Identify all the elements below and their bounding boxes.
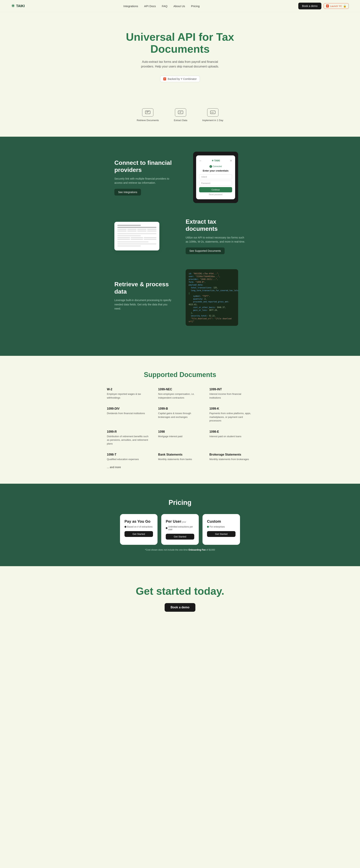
doc-desc-10: Monthly statements from banks [158,458,202,461]
code-line-11: cost_or_other_basis: 3646.37, [189,306,235,309]
phone-close-icon[interactable]: ✕ [230,159,232,162]
get-started-button-0[interactable]: Get Started [124,531,153,537]
code-line-4: form: "1099-B", [189,281,235,283]
doc-cell-13 [131,239,143,240]
doc-desc-4: Capital gains & losses through brokerage… [158,411,202,419]
badge-dot-1 [166,527,168,529]
doc-name-10: Bank Statements [158,453,202,456]
doc-cell-3 [137,229,146,230]
phone-header: ← ✳ TAIKI ✕ [199,159,232,162]
connect-row: Connect to financial providers Securely … [114,152,246,203]
doc-cell-5 [117,230,126,231]
lock-icon: 🔒 [343,4,346,7]
get-started-title: Get started today. [11,585,349,597]
doc-item-9: 1098-TQualified education expenses [107,453,151,461]
retrieve-title: Retrieve & process data [114,281,174,295]
nav-link-apidocs[interactable]: API Docs [144,4,156,8]
launch-yc-label: Launch YC [330,5,342,7]
doc-name-2: 1099-INT [209,388,253,391]
nav-link-pricing[interactable]: Pricing [191,4,200,8]
svg-rect-3 [178,111,183,114]
doc-item-7: 1098Mortgage interest paid [158,430,202,445]
badge-dot-0 [124,526,126,528]
phone-connected-badge: Connected [199,165,232,168]
code-line-10: proceeds_and_reported_gross_amt: 4523.61… [189,300,235,306]
pricing-card-0: Pay as You Go Based on # of extractions … [120,514,157,545]
badge-text-1: Unlimited extractions per user [168,526,194,531]
code-line-9: quantity: 2, [189,298,235,300]
doc-line-5 [117,241,149,242]
pricing-card-1: Per User/year Unlimited extractions per … [161,514,199,545]
doc-item-5: 1099-KPayments from online platforms, ap… [209,407,253,423]
retrieve-text: Retrieve & process data Leverage built-i… [114,281,174,314]
phone-password-field[interactable]: Password [199,181,232,186]
logo-text: TAIKI [16,4,25,8]
phone-forgot-text: Reset password [199,193,232,195]
retrieve-row: Retrieve & process data Leverage built-i… [114,269,246,326]
doc-item-4: 1099-BCapital gains & losses through bro… [158,407,202,423]
code-line-8: symbol: "TSFT", [189,295,235,298]
doc-line-1 [117,225,141,226]
nav-link-aboutus[interactable]: About Us [174,4,185,8]
doc-mockup [114,222,159,250]
doc-cell-6 [127,230,137,231]
badge-text-0: Based on # of extractions [127,526,152,528]
get-started-button-1[interactable]: Get Started [166,534,194,539]
doc-name-3: 1099-DIV [107,407,151,410]
doc-cell-1 [117,229,126,230]
book-demo-button[interactable]: Book a demo [298,3,321,9]
navbar: ✳ TAIKI Integrations API Docs FAQ About … [0,0,360,12]
retrieve-body: Leverage built-in document processing to… [114,298,174,311]
retrieve-visual: id: "R6S3ZN1-c7be-4fb4...", user: "2150d… [186,269,246,326]
doc-desc-6: Distribution of retirement benefits such… [107,435,151,445]
phone-back-icon[interactable]: ← [199,159,202,162]
feature-extract: Extract Data [174,108,187,122]
card-name-2: Custom [207,519,236,524]
feature-retrieve: Retrieve Documents [137,108,159,122]
badge-dot-2 [207,526,209,528]
doc-item-6: 1099-RDistribution of retirement benefit… [107,430,151,445]
card-name-1: Per User/year [166,519,194,524]
code-line-7: long_term_transaction_for_covered_tax_lo… [189,289,235,295]
doc-name-9: 1098-T [107,453,151,456]
get-started-button-2[interactable]: Get Started [207,531,236,537]
doc-cell-7 [137,230,146,231]
get-started-section: Get started today. Book a demo [0,566,360,630]
dark-section: Connect to financial providers Securely … [0,137,360,356]
pricing-cards: Pay as You Go Based on # of extractions … [11,514,349,545]
card-badge-0: Based on # of extractions [124,526,153,528]
doc-item-11: Brokerage StatementsMonthly statements f… [209,453,253,461]
get-started-book-demo-button[interactable]: Book a demo [164,603,196,612]
see-supported-docs-button[interactable]: See Supported Documents [186,247,224,254]
badge-text-2: For enterprises [210,526,225,528]
launch-yc-button[interactable]: Y Launch YC 🔒 [324,3,349,9]
code-line-12: gain_or_loss: 3877.24, [189,309,235,312]
and-more-text: ... and more [107,466,253,469]
doc-name-7: 1098 [158,430,202,433]
extract-text: Extract tax documents Utilize our API to… [186,218,246,254]
pricing-note: *Cost shown does not include the one-tim… [11,549,349,551]
phone-continue-button[interactable]: Continue [199,187,232,192]
doc-desc-1: Non-employee compensation, i.e. independ… [158,392,202,400]
supported-docs-title: Supported Documents [11,371,349,379]
doc-item-0: W-2Employer-reported wages & tax withhol… [107,388,151,400]
doc-row-3 [117,237,156,238]
code-line-5: payload_data: [189,283,235,286]
phone-title: Enter your credentials [199,169,232,172]
doc-row-2 [117,230,156,231]
doc-cell-10 [131,237,143,238]
card-name-0: Pay as You Go [124,519,153,524]
phone-username-field[interactable]: roland [199,174,232,179]
doc-cell-9 [117,237,130,238]
extract-body: Utilize our API to extract necessary tax… [186,236,246,244]
implement-label: Implement in 1 Day [202,119,223,122]
code-line-1: id: "R6S3ZN1-c7be-4fb4...", [189,272,235,275]
card-badge-1: Unlimited extractions per user [166,526,194,531]
yc-badge: Y Backed by Y Combinator [160,76,200,82]
nav-right: Book a demo Y Launch YC 🔒 [298,3,349,9]
pricing-note-prefix: *Cost shown does not include the one-tim… [145,549,188,551]
nav-link-faq[interactable]: FAQ [162,4,168,8]
nav-link-integrations[interactable]: Integrations [123,4,138,8]
extract-visual [114,222,174,250]
see-integrations-button[interactable]: See Integrations [114,189,141,195]
